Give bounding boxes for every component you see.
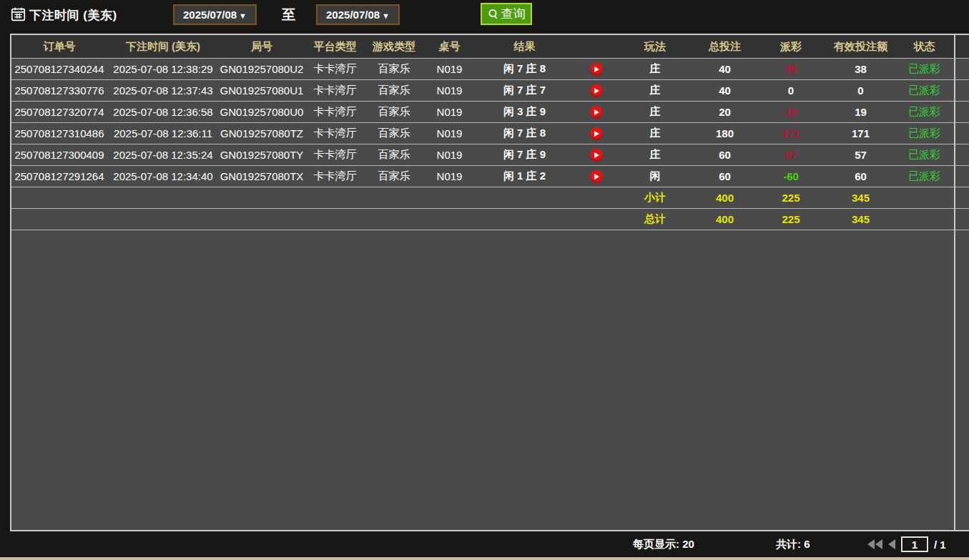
search-button[interactable]: 查询	[481, 3, 532, 25]
cell-order-id: 250708127340244	[11, 63, 107, 75]
window-bottom-edge	[0, 557, 969, 560]
column-divider	[954, 35, 955, 530]
cell-replay	[573, 84, 619, 97]
cell-total-bet: 60	[691, 170, 759, 182]
play-icon[interactable]	[590, 149, 603, 162]
cell-order-id: 250708127300409	[11, 149, 107, 161]
cell-game-type: 百家乐	[365, 127, 423, 140]
cell-platform: 卡卡湾厅	[305, 170, 365, 183]
cell-replay	[573, 170, 619, 183]
total-row-payout: 225	[759, 213, 823, 225]
cell-total-bet: 40	[691, 63, 759, 75]
cell-replay	[573, 127, 619, 140]
cell-play-type: 庄	[619, 62, 691, 76]
date-range-to-label: 至	[282, 6, 295, 24]
play-icon[interactable]	[590, 106, 603, 119]
cell-game-type: 百家乐	[365, 170, 423, 183]
subtotal-row: 小计400225345	[11, 187, 969, 209]
bet-time-label: 下注时间 (美东)	[29, 7, 117, 24]
column-header-13: 游	[950, 40, 969, 54]
cell-game-type: 百家乐	[365, 62, 423, 76]
cell-payout: 38	[759, 63, 823, 75]
double-left-arrow-icon	[875, 539, 882, 549]
chevron-down-icon: ▼	[382, 11, 390, 20]
cell-total-bet: 20	[691, 106, 759, 118]
subtotal-row-label: 小计	[619, 191, 691, 205]
cell-valid-bet: 38	[823, 63, 898, 75]
cell-play-type: 闲	[619, 170, 691, 183]
cell-table-no: N019	[423, 84, 476, 97]
cell-table-no: N019	[423, 106, 476, 118]
bet-records-table: 订单号下注时间 (美东)局号平台类型游戏类型桌号结果玩法总投注派彩有效投注额状态…	[10, 34, 969, 531]
column-header-4: 游戏类型	[365, 40, 423, 54]
table-row: 2507081273207742025-07-08 12:36:58GN0192…	[11, 102, 969, 123]
play-icon[interactable]	[590, 127, 603, 140]
cell-round-id: GN019257080TY	[219, 149, 305, 161]
cell-round-id: GN019257080TX	[219, 170, 305, 182]
date-from-picker[interactable]: 2025/07/08▼	[173, 4, 257, 25]
cell-payout: 171	[759, 127, 823, 139]
cell-total-bet: 60	[691, 149, 759, 161]
table-body: 2507081273402442025-07-08 12:38:29GN0192…	[11, 59, 969, 230]
column-header-11: 有效投注额	[823, 40, 898, 54]
date-from-value: 2025/07/08	[183, 9, 237, 21]
play-icon[interactable]	[590, 170, 603, 183]
cell-payout: 0	[759, 84, 823, 97]
total-row-valid-bet: 345	[823, 213, 898, 225]
cell-bet-time: 2025-07-08 12:38:29	[107, 63, 219, 75]
cell-bet-time: 2025-07-08 12:36:11	[107, 127, 219, 139]
table-header-row: 订单号下注时间 (美东)局号平台类型游戏类型桌号结果玩法总投注派彩有效投注额状态…	[11, 35, 969, 59]
prev-page-button[interactable]	[888, 539, 895, 549]
cell-bet-time: 2025-07-08 12:37:43	[107, 84, 219, 97]
cell-total-bet: 40	[691, 84, 759, 97]
column-header-9: 总投注	[691, 40, 759, 54]
cell-status: 已派彩	[898, 127, 950, 140]
cell-status: 已派彩	[898, 148, 950, 162]
cell-payout: 19	[759, 106, 823, 118]
table-row: 2507081273307762025-07-08 12:37:43GN0192…	[11, 80, 969, 102]
cell-game-type: 百家乐	[365, 105, 423, 119]
table-row: 2507081273004092025-07-08 12:35:24GN0192…	[11, 144, 969, 166]
date-to-picker[interactable]: 2025/07/08▼	[316, 4, 400, 25]
cell-replay	[573, 62, 619, 76]
date-to-value: 2025/07/08	[326, 9, 380, 21]
subtotal-row-payout: 225	[759, 192, 823, 204]
cell-order-id: 250708127291264	[11, 170, 107, 182]
double-left-arrow-icon	[867, 539, 875, 549]
first-page-button[interactable]	[867, 539, 882, 549]
chevron-down-icon: ▼	[239, 11, 247, 20]
cell-order-id: 250708127330776	[11, 84, 107, 97]
search-icon	[488, 9, 499, 20]
cell-play-type: 庄	[619, 148, 691, 162]
table-empty-area	[11, 230, 969, 530]
cell-platform: 卡卡湾厅	[305, 105, 365, 119]
total-row-label: 总计	[619, 212, 691, 226]
cell-valid-bet: 57	[823, 149, 898, 161]
cell-replay	[573, 148, 619, 162]
table-row: 2507081273104862025-07-08 12:36:11GN0192…	[11, 123, 969, 144]
cell-play-type: 庄	[619, 84, 691, 97]
cell-platform: 卡卡湾厅	[305, 127, 365, 140]
column-header-3: 平台类型	[305, 40, 365, 54]
cell-bet-time: 2025-07-08 12:36:58	[107, 106, 219, 118]
cell-game-type: 百家乐	[365, 84, 423, 97]
cell-status: 已派彩	[898, 105, 950, 119]
cell-order-id: 250708127310486	[11, 127, 107, 139]
column-header-1: 下注时间 (美东)	[107, 40, 219, 54]
cell-table-no: N019	[423, 170, 476, 182]
cell-payout: 57	[759, 149, 823, 161]
play-icon[interactable]	[590, 84, 603, 97]
page-number-input[interactable]	[901, 536, 928, 552]
cell-platform: 卡卡湾厅	[305, 148, 365, 162]
column-header-0: 订单号	[11, 40, 107, 54]
cell-status: 已派彩	[898, 170, 950, 183]
cell-result: 闲 7 庄 8	[476, 62, 573, 76]
cell-valid-bet: 19	[823, 106, 898, 118]
cell-result: 闲 7 庄 9	[476, 148, 573, 162]
cell-result: 闲 7 庄 7	[476, 84, 573, 97]
cell-result: 闲 7 庄 8	[476, 127, 573, 140]
column-header-10: 派彩	[759, 40, 823, 54]
play-icon[interactable]	[590, 63, 603, 76]
cell-total-bet: 180	[691, 127, 759, 139]
cell-platform: 卡卡湾厅	[305, 62, 365, 76]
